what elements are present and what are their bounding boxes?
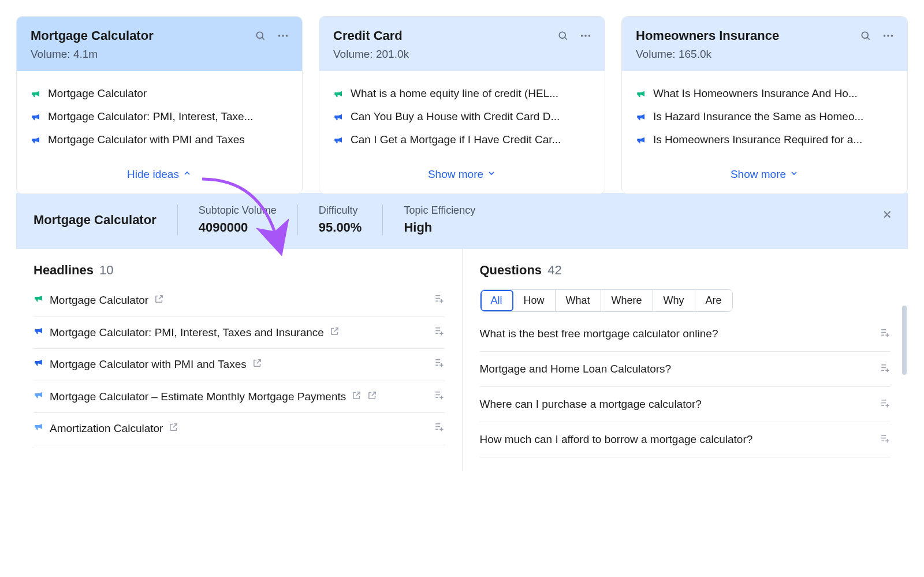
idea-row[interactable]: Mortgage Calculator: PMI, Interest, Taxe… xyxy=(31,110,288,123)
megaphone-icon xyxy=(33,421,44,431)
svg-point-2 xyxy=(278,35,281,37)
filter-label: All xyxy=(491,295,502,306)
add-to-list-icon[interactable] xyxy=(434,293,445,307)
external-link-icon[interactable] xyxy=(154,293,164,308)
card-volume: Volume: 165.0k xyxy=(636,48,893,61)
topic-card: Credit Card Volume: 201.0k What is a hom… xyxy=(319,16,605,194)
headline-text: Mortgage Calculator with PMI and Taxes xyxy=(50,357,247,373)
filter-label: How xyxy=(524,295,545,306)
filter-tab-are[interactable]: Are xyxy=(695,290,732,311)
questions-column: Questions 42 AllHowWhatWhereWhyAre What … xyxy=(462,249,908,471)
metric: Topic Efficiency High xyxy=(382,204,496,235)
card-title: Credit Card xyxy=(333,28,591,43)
topic-card: Mortgage Calculator Volume: 4.1m Mortgag… xyxy=(16,16,303,194)
idea-text: What Is Homeowners Insurance And Ho... xyxy=(653,87,858,100)
svg-point-0 xyxy=(256,32,263,38)
idea-text: Mortgage Calculator: PMI, Interest, Taxe… xyxy=(48,110,254,123)
idea-row[interactable]: Mortgage Calculator with PMI and Taxes xyxy=(31,133,288,146)
megaphone-icon xyxy=(31,89,41,99)
add-to-list-icon[interactable] xyxy=(434,421,445,435)
metric: Difficulty 95.00% xyxy=(297,204,383,235)
add-to-list-icon[interactable] xyxy=(880,397,891,411)
filter-label: Are xyxy=(706,295,722,306)
external-link-icon[interactable] xyxy=(330,325,340,341)
search-icon xyxy=(860,30,871,43)
headline-row[interactable]: Mortgage Calculator with PMI and Taxes xyxy=(33,349,445,381)
card-header: Homeowners Insurance Volume: 165.0k xyxy=(622,17,907,71)
toggle-label: Show more xyxy=(428,168,483,181)
headline-row[interactable]: Mortgage Calculator – Estimate Monthly M… xyxy=(33,381,445,414)
close-icon: × xyxy=(883,206,892,223)
headline-row[interactable]: Mortgage Calculator: PMI, Interest, Taxe… xyxy=(33,317,445,349)
headline-text: Mortgage Calculator xyxy=(50,293,148,308)
search-button[interactable] xyxy=(254,29,267,44)
search-button[interactable] xyxy=(859,29,873,44)
idea-row[interactable]: Mortgage Calculator xyxy=(31,87,288,100)
add-to-list-icon[interactable] xyxy=(434,357,445,371)
megaphone-icon xyxy=(33,293,44,303)
idea-text: What is a home equity line of credit (HE… xyxy=(351,87,558,100)
megaphone-icon xyxy=(31,112,41,122)
idea-row[interactable]: Is Homeowners Insurance Required for a..… xyxy=(636,133,893,146)
filter-tab-how[interactable]: How xyxy=(513,290,556,311)
svg-point-10 xyxy=(862,32,868,38)
filter-label: Where xyxy=(612,295,642,306)
more-button[interactable] xyxy=(578,28,593,45)
idea-text: Mortgage Calculator with PMI and Taxes xyxy=(48,133,245,146)
idea-row[interactable]: What is a home equity line of credit (HE… xyxy=(333,87,591,100)
toggle-ideas-link[interactable]: Show more xyxy=(731,168,799,181)
add-to-list-icon[interactable] xyxy=(434,389,445,403)
svg-point-7 xyxy=(581,35,583,37)
questions-label: Questions xyxy=(480,263,542,277)
question-row[interactable]: Mortgage and Home Loan Calculators? xyxy=(480,352,891,387)
svg-line-11 xyxy=(867,38,870,40)
filter-tab-all[interactable]: All xyxy=(480,290,513,311)
toggle-ideas-link[interactable]: Hide ideas xyxy=(127,168,192,181)
idea-text: Mortgage Calculator xyxy=(48,87,147,100)
idea-text: Is Hazard Insurance the Same as Homeo... xyxy=(653,110,863,123)
headline-text: Amortization Calculator xyxy=(50,421,163,437)
svg-point-12 xyxy=(884,35,886,37)
metric-label: Topic Efficiency xyxy=(404,204,475,217)
headline-text: Mortgage Calculator: PMI, Interest, Taxe… xyxy=(50,325,324,341)
idea-row[interactable]: Can You Buy a House with Credit Card D..… xyxy=(333,110,591,123)
metric-label: Difficulty xyxy=(319,204,362,217)
filter-tab-what[interactable]: What xyxy=(556,290,601,311)
external-link-icon[interactable] xyxy=(352,389,362,405)
external-link-icon[interactable] xyxy=(169,421,178,437)
question-row[interactable]: How much can I afford to borrow a mortga… xyxy=(480,422,891,457)
card-title: Homeowners Insurance xyxy=(636,28,893,43)
headline-row[interactable]: Mortgage Calculator xyxy=(33,289,445,317)
close-button[interactable]: × xyxy=(883,206,892,224)
idea-row[interactable]: Can I Get a Mortgage if I Have Credit Ca… xyxy=(333,133,591,146)
toggle-label: Hide ideas xyxy=(127,168,179,181)
idea-row[interactable]: What Is Homeowners Insurance And Ho... xyxy=(636,87,893,100)
detail-title: Mortgage Calculator xyxy=(33,213,177,228)
filter-tab-why[interactable]: Why xyxy=(653,290,695,311)
add-to-list-icon[interactable] xyxy=(434,325,445,339)
card-volume: Volume: 4.1m xyxy=(31,48,288,61)
question-text: Where can I purchase a mortgage calculat… xyxy=(480,398,702,411)
toggle-ideas-link[interactable]: Show more xyxy=(428,168,496,181)
add-to-list-icon[interactable] xyxy=(880,362,891,376)
megaphone-icon xyxy=(33,389,44,400)
filter-tab-where[interactable]: Where xyxy=(601,290,653,311)
megaphone-icon xyxy=(636,89,646,99)
external-link-icon[interactable] xyxy=(252,357,262,373)
svg-point-8 xyxy=(584,35,587,37)
question-row[interactable]: What is the best free mortgage calculato… xyxy=(480,317,891,352)
idea-row[interactable]: Is Hazard Insurance the Same as Homeo... xyxy=(636,110,893,123)
add-to-list-icon[interactable] xyxy=(880,433,891,446)
headlines-count: 10 xyxy=(99,263,113,277)
scrollbar-thumb[interactable] xyxy=(902,306,907,375)
dots-icon xyxy=(882,29,895,44)
add-to-list-icon[interactable] xyxy=(880,327,891,341)
megaphone-icon xyxy=(333,112,344,122)
more-button[interactable] xyxy=(881,28,896,45)
more-button[interactable] xyxy=(275,28,290,45)
external-link-icon[interactable] xyxy=(367,389,377,405)
svg-line-1 xyxy=(262,38,264,40)
headline-row[interactable]: Amortization Calculator xyxy=(33,413,445,445)
search-button[interactable] xyxy=(556,29,570,44)
question-row[interactable]: Where can I purchase a mortgage calculat… xyxy=(480,387,891,422)
